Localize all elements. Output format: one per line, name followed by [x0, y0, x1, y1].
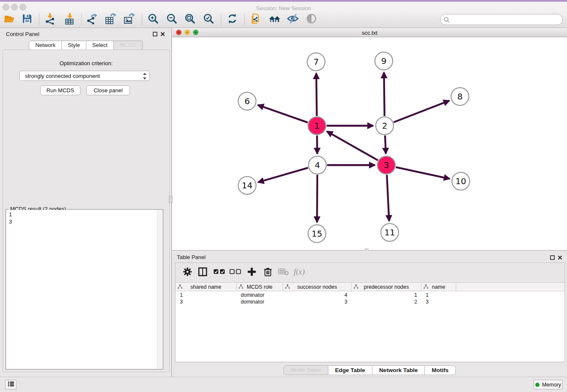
export-network-button[interactable]	[85, 12, 99, 27]
memory-button[interactable]: Memory	[534, 380, 563, 389]
export-image-button[interactable]	[122, 12, 136, 27]
graph-edge-1-7[interactable]	[316, 73, 317, 116]
graph-edge-4-15[interactable]	[317, 175, 317, 222]
select-all-button[interactable]	[212, 266, 226, 279]
graph-edge-2-8[interactable]	[394, 101, 449, 122]
graph-node-10[interactable]: 10	[452, 172, 470, 190]
tab-network[interactable]: Network	[29, 41, 62, 50]
tab-select[interactable]: Select	[86, 41, 114, 50]
graph-node-11[interactable]: 11	[381, 224, 399, 241]
delete-column-button[interactable]	[261, 266, 275, 279]
column-header-name[interactable]: name	[421, 283, 456, 291]
tab-network-table[interactable]: Network Table	[372, 365, 425, 375]
show-columns-button[interactable]	[195, 266, 210, 279]
svg-text:10: 10	[455, 176, 466, 186]
tab-mcds[interactable]: MCDS	[114, 41, 142, 50]
graph-node-1[interactable]: 1	[308, 117, 326, 135]
network-maximize-icon[interactable]: +	[193, 30, 198, 35]
mcds-result-text[interactable]: 1 3	[9, 211, 12, 225]
eye-icon	[305, 13, 318, 26]
tab-node-table[interactable]: Node Table	[284, 365, 328, 375]
graph-edge-3-1[interactable]	[327, 131, 378, 160]
network-view-window: scc.txt × − + 1234678910111415	[172, 28, 567, 251]
column-header-MCDS-role[interactable]: MCDS role	[237, 283, 283, 291]
graph-edge-1-6[interactable]	[258, 105, 308, 122]
zoom-out-button[interactable]	[165, 12, 179, 27]
graph-node-4[interactable]: 4	[308, 156, 326, 174]
graph-node-2[interactable]: 2	[376, 117, 394, 135]
graph-edge-2-9[interactable]	[384, 72, 384, 116]
table-settings-button[interactable]	[180, 266, 195, 279]
import-table-button[interactable]	[63, 12, 77, 27]
function-builder-button[interactable]: f(x)	[292, 266, 310, 279]
new-network-button[interactable]	[249, 12, 263, 27]
float-panel-icon[interactable]	[151, 30, 158, 37]
column-header-successor-nodes[interactable]: successor nodes	[283, 283, 352, 291]
tab-edge-table[interactable]: Edge Table	[328, 365, 372, 375]
graph-node-6[interactable]: 6	[238, 92, 256, 110]
svg-text:15: 15	[311, 229, 322, 239]
save-session-button[interactable]	[20, 12, 34, 27]
column-type-icon	[178, 284, 182, 290]
graph-node-9[interactable]: 9	[375, 52, 393, 70]
window-title: Session: New Session	[0, 5, 567, 11]
network-close-icon[interactable]: ×	[176, 30, 182, 35]
zoom-fit-icon	[184, 13, 196, 26]
network-minimize-icon[interactable]: −	[184, 30, 190, 35]
graph-node-8[interactable]: 8	[451, 88, 469, 105]
column-header-predecessor-nodes[interactable]: predecessor nodes	[352, 283, 421, 291]
apply-layout-button[interactable]	[225, 12, 239, 27]
tab-motifs[interactable]: Motifs	[425, 365, 456, 375]
graph-node-7[interactable]: 7	[307, 53, 325, 71]
graph-edge-2-3[interactable]	[385, 135, 386, 154]
task-history-button[interactable]	[5, 380, 17, 389]
float-table-panel-icon[interactable]	[549, 254, 556, 261]
show-hide-details-button[interactable]	[304, 12, 319, 27]
svg-text:8: 8	[457, 91, 463, 102]
split-divider-handle[interactable]	[169, 196, 173, 203]
create-column-button[interactable]	[245, 266, 259, 279]
result-scrollbar[interactable]	[157, 210, 162, 369]
table-panel-inner: f(x) shared nameMCDS rolesuccessor nodes…	[175, 262, 565, 362]
graph-edge-4-14[interactable]	[258, 168, 308, 182]
graph-edge-3-11[interactable]	[387, 175, 389, 221]
export-table-button[interactable]	[103, 12, 118, 27]
style-visibility-button[interactable]	[286, 12, 300, 27]
home-networks-button[interactable]	[267, 12, 282, 27]
zoom-in-button[interactable]	[146, 12, 160, 27]
run-mcds-button[interactable]: Run MCDS	[40, 86, 80, 95]
zoom-selected-button[interactable]	[201, 12, 216, 27]
criterion-dropdown[interactable]: strongly connected component	[19, 71, 150, 81]
close-panel-icon[interactable]	[159, 30, 166, 37]
open-session-button[interactable]	[2, 12, 17, 27]
graph-node-15[interactable]: 15	[308, 225, 326, 243]
deselect-all-button[interactable]	[228, 266, 242, 279]
import-network-button[interactable]	[43, 12, 57, 27]
delete-table-button[interactable]	[276, 266, 291, 279]
mcds-result-groupbox: MCDS result (2 nodes) 1 3	[6, 209, 163, 370]
graph-edge-1-4[interactable]	[317, 135, 317, 154]
status-bar: Memory	[0, 377, 567, 392]
table-row[interactable]: 3dominator323	[176, 298, 564, 305]
trash-icon	[263, 267, 273, 279]
close-panel-button[interactable]: Close panel	[86, 86, 130, 95]
column-header-shared-name[interactable]: shared name	[176, 283, 237, 291]
graph-node-14[interactable]: 14	[238, 177, 256, 194]
houses-icon	[268, 13, 281, 26]
control-panel: Control Panel NetworkStyleSelectMCDS Opt…	[0, 28, 172, 377]
tab-style[interactable]: Style	[62, 41, 86, 50]
zoom-fit-button[interactable]	[183, 12, 197, 27]
graph-node-3[interactable]: 3	[377, 156, 395, 174]
close-table-panel-icon[interactable]	[556, 254, 563, 261]
refresh-icon	[226, 13, 238, 26]
svg-text:2: 2	[382, 121, 388, 131]
zoom-out-icon	[166, 13, 178, 26]
memory-status-dot	[535, 383, 539, 387]
column-type-icon	[354, 284, 358, 290]
search-input[interactable]	[451, 15, 559, 25]
graph-edge-3-10[interactable]	[396, 167, 450, 179]
eye-slash-icon	[286, 13, 299, 26]
application-window: Session: New Session	[0, 0, 567, 392]
table-row[interactable]: 1dominator411	[176, 292, 564, 298]
network-graph[interactable]: 1234678910111415	[172, 37, 567, 250]
